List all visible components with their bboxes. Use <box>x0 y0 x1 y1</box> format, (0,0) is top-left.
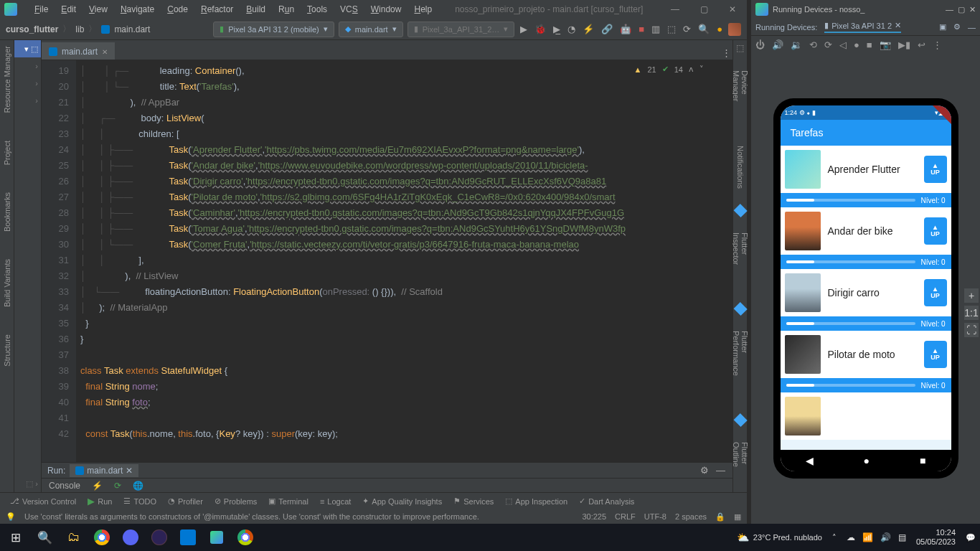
menu-refactor[interactable]: Refactor <box>195 3 239 16</box>
user-avatar[interactable] <box>728 23 741 36</box>
flutter-outline-tab[interactable]: Flutter Outline <box>732 439 749 492</box>
vol-up-icon[interactable]: 🔊 <box>772 39 783 50</box>
flash-icon[interactable]: ⚡ <box>92 481 103 491</box>
file-encoding[interactable]: UTF-8 <box>644 512 666 521</box>
logcat-tab[interactable]: ≡ Logcat <box>316 496 355 507</box>
onedrive-icon[interactable]: ☁ <box>847 532 855 542</box>
nav-home-icon[interactable]: ● <box>864 455 870 466</box>
language-icon[interactable]: ▤ <box>898 532 906 542</box>
new-window-icon[interactable]: ▣ <box>939 22 946 32</box>
android-studio-taskbar-icon[interactable] <box>205 526 228 549</box>
weather-widget[interactable]: ⛅ 23°C Pred. nublado <box>737 532 822 543</box>
notifications-tab[interactable]: Notifications <box>736 143 745 192</box>
menu-navigate[interactable]: Navigate <box>115 3 160 16</box>
bookmarks-tab[interactable]: Bookmarks <box>3 189 11 235</box>
chrome-canary-icon[interactable] <box>234 526 257 549</box>
snapshots-icon[interactable]: ↩ <box>918 39 925 50</box>
devtools-icon[interactable]: 🌐 <box>133 481 143 491</box>
device-manager-tab[interactable]: Device Manager <box>732 67 749 128</box>
editor-tab-main[interactable]: main.dart ✕ <box>42 42 115 60</box>
code-content[interactable]: │ │ ┌— leading: Container(), │ │ └— titl… <box>76 60 732 462</box>
vol-down-icon[interactable]: 🔉 <box>791 39 802 50</box>
structure-tab[interactable]: Structure <box>3 331 11 369</box>
menu-vcs[interactable]: VCS <box>334 3 364 16</box>
search-icon[interactable]: 🔍 <box>33 526 56 549</box>
up-button[interactable]: UP <box>924 217 947 245</box>
line-separator[interactable]: CRLF <box>615 512 636 521</box>
debug-icon[interactable]: 🐞 <box>533 22 547 36</box>
run-process-tab[interactable]: main.dart✕ <box>70 464 138 477</box>
problems-tab[interactable]: ⊘ Problems <box>210 495 261 507</box>
terminal-tab[interactable]: ▣ Terminal <box>264 495 313 507</box>
emulator-selector[interactable]: ▮Pixel_3a_API_31_2…▾ <box>407 22 515 37</box>
minimize-icon[interactable]: — <box>661 0 689 19</box>
android-icon[interactable]: 🤖 <box>618 22 633 36</box>
indent-setting[interactable]: 2 spaces <box>675 512 707 521</box>
lock-icon[interactable]: 🔒 <box>715 512 725 522</box>
nav-overview-icon[interactable]: ■ <box>920 455 925 466</box>
breadcrumb-folder[interactable]: lib <box>75 24 84 34</box>
flutter-inspector-tab[interactable]: Flutter Inspector <box>732 230 749 290</box>
flutter-icon[interactable] <box>733 302 747 316</box>
gear-icon[interactable]: ⚙ <box>953 22 961 32</box>
eclipse-icon[interactable] <box>148 526 171 549</box>
up-button[interactable]: UP <box>924 279 947 306</box>
start-icon[interactable]: ⊞ <box>4 526 27 549</box>
chrome-icon[interactable] <box>90 526 113 549</box>
services-tab[interactable]: ⚑ Services <box>449 495 498 507</box>
app-inspection-tab[interactable]: ⬚ App Inspection <box>501 495 572 507</box>
minimize-icon[interactable]: — <box>946 5 953 14</box>
zoom-fit-icon[interactable]: ⛶ <box>964 323 979 337</box>
wifi-icon[interactable]: 📶 <box>862 532 873 542</box>
device-screen[interactable]: 1:24 ⚙ ⬥ ▮ ▾◢▮ Tarefas Aprender FlutterU… <box>781 105 951 471</box>
hide-icon[interactable]: — <box>715 463 727 477</box>
app-quality-tab[interactable]: ✦ App Quality Insights <box>358 495 446 507</box>
maximize-icon[interactable]: ▢ <box>958 5 965 14</box>
menu-tools[interactable]: Tools <box>301 3 333 16</box>
discord-icon[interactable] <box>119 526 142 549</box>
code-editor[interactable]: ▲21 ✔14 ʌ˅ 19202122232425262728293031323… <box>42 60 732 462</box>
todo-tab[interactable]: ☰ TODO <box>119 495 161 507</box>
menu-view[interactable]: View <box>83 3 113 16</box>
more-icon[interactable]: ⋮ <box>933 39 942 50</box>
hot-restart-icon[interactable]: ⟳ <box>114 481 121 491</box>
zoom-in-icon[interactable]: + <box>964 288 979 303</box>
device-selector[interactable]: ▮Pixel 3a API 31 2 (mobile)▾ <box>213 22 334 37</box>
close-icon[interactable]: ✕ <box>969 5 976 14</box>
coverage-icon[interactable]: ▶̲ <box>552 22 562 36</box>
resource-manager-tab[interactable]: Resource Manager <box>3 43 11 116</box>
menu-file[interactable]: File <box>29 3 54 16</box>
breadcrumb-root[interactable]: curso_flutter <box>6 24 58 34</box>
run-config-selector[interactable]: ◆main.dart▾ <box>339 22 403 37</box>
task-list[interactable]: Aprender FlutterUP Nível: 0 Andar der bi… <box>781 146 951 450</box>
back-icon[interactable]: ◁ <box>839 39 847 50</box>
widget-icon[interactable]: ▦ <box>734 512 741 522</box>
profiler-tab[interactable]: ◔ Profiler <box>164 495 207 507</box>
rotate-left-icon[interactable]: ⟲ <box>809 39 817 50</box>
close-icon[interactable]: ✕ <box>718 0 747 19</box>
run-icon[interactable]: ▶ <box>519 22 529 36</box>
tray-expand-icon[interactable]: ˄ <box>832 533 837 542</box>
settings-icon[interactable]: ● <box>715 22 724 36</box>
menu-build[interactable]: Build <box>240 3 271 16</box>
dart-analysis-tab[interactable]: ✓ Dart Analysis <box>575 495 639 507</box>
home-icon[interactable]: ● <box>854 39 859 50</box>
menu-edit[interactable]: Edit <box>55 3 82 16</box>
run-tab[interactable]: ▶ Run <box>83 494 116 508</box>
taskbar-clock[interactable]: 10:2405/05/2023 <box>916 528 956 547</box>
overview-icon[interactable]: ■ <box>867 39 872 50</box>
up-button[interactable]: UP <box>924 156 947 183</box>
volume-icon[interactable]: 🔊 <box>880 532 891 542</box>
notifications-icon[interactable]: 💬 <box>966 533 976 542</box>
menu-code[interactable]: Code <box>161 3 194 16</box>
build-variants-tab[interactable]: Build Variants <box>3 256 11 310</box>
menu-help[interactable]: Help <box>408 3 438 16</box>
menu-window[interactable]: Window <box>365 3 407 16</box>
gear-icon[interactable]: ⚙ <box>699 463 710 477</box>
up-button[interactable]: UP <box>924 341 947 368</box>
explorer-icon[interactable]: 🗂 <box>62 526 85 549</box>
system-tray[interactable]: ☁ 📶 🔊 ▤ <box>847 532 906 542</box>
version-control-tab[interactable]: ⎇ Version Control <box>6 495 80 507</box>
flutter-icon[interactable] <box>733 204 747 217</box>
sdk-icon[interactable]: ⬚ <box>666 22 677 36</box>
